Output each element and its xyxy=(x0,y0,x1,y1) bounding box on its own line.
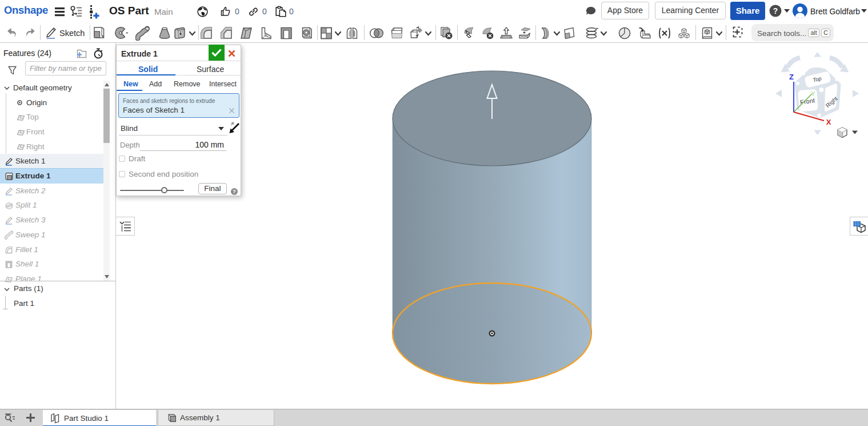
svg-text:Z: Z xyxy=(789,73,794,81)
svg-text:Y: Y xyxy=(811,90,815,97)
svg-text:?: ? xyxy=(773,6,778,15)
svg-text:X: X xyxy=(826,118,831,126)
